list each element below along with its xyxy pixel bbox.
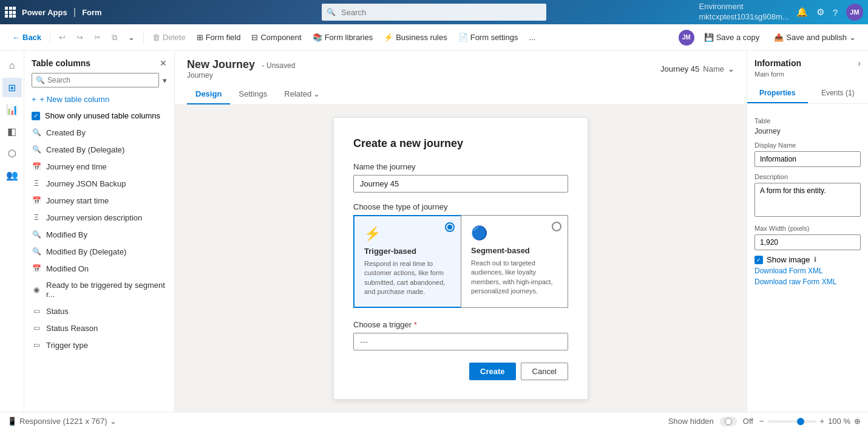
panel-close-button[interactable]: ✕ <box>160 58 167 68</box>
status-label: Status <box>46 307 69 316</box>
tab-settings[interactable]: Settings <box>230 84 276 104</box>
layers-icon-btn[interactable]: ◧ <box>2 121 22 141</box>
dropdown-button[interactable]: ⌄ <box>123 30 140 44</box>
list-item[interactable]: 📅 Journey start time <box>24 192 174 209</box>
help-icon[interactable]: ? <box>833 7 838 18</box>
cancel-button[interactable]: Cancel <box>521 363 568 380</box>
list-item[interactable]: ▭ Status Reason <box>24 319 174 336</box>
home-icon-btn[interactable]: ⌂ <box>2 56 22 75</box>
cmd-separator-2 <box>143 32 144 44</box>
display-name-input[interactable] <box>754 151 861 167</box>
tab-properties[interactable]: Properties <box>747 84 808 103</box>
redo-icon: ↪ <box>76 33 83 42</box>
list-item[interactable]: ▭ Status <box>24 302 174 319</box>
environment-info: Environment mktcxptest1031sg908m... <box>699 2 789 22</box>
delete-button[interactable]: 🗑 Delete <box>147 30 191 44</box>
panel-search-input[interactable] <box>47 76 155 84</box>
filter-button[interactable]: ▾ <box>163 76 167 85</box>
list-item[interactable]: 🔍 Modified By <box>24 226 174 243</box>
expand-panel-button[interactable]: › <box>858 58 861 68</box>
trigger-input[interactable] <box>353 333 568 350</box>
undo-button[interactable]: ↩ <box>54 30 70 44</box>
save-copy-label: Save a copy <box>716 33 760 42</box>
form-tabs: Design Settings Related ⌄ <box>187 84 734 104</box>
list-item[interactable]: 🔍 Created By <box>24 124 174 141</box>
segment-type-desc: Reach out to targeted audiences, like lo… <box>471 259 558 296</box>
list-item[interactable]: Ξ Journey JSON Backup <box>24 175 174 192</box>
settings-icon[interactable]: ⚙ <box>816 7 824 18</box>
form-settings-button[interactable]: 📄 Form settings <box>453 30 523 44</box>
list-item[interactable]: 📅 Journey end time <box>24 158 174 175</box>
redo-button[interactable]: ↪ <box>72 30 88 44</box>
save-publish-button[interactable]: 📤 Save and publish ⌄ <box>769 30 861 44</box>
component-button[interactable]: ⊟ Component <box>246 30 306 44</box>
trigger-based-card[interactable]: ⚡ Trigger-based Respond in real time to … <box>353 215 461 308</box>
columns-icon-btn[interactable]: ⊞ <box>2 78 22 97</box>
journey-json-label: Journey JSON Backup <box>46 179 126 188</box>
show-unused-checkbox[interactable] <box>32 112 40 120</box>
search-input[interactable] <box>322 4 546 21</box>
form-field-button[interactable]: ⊞ Form field <box>192 30 246 44</box>
new-table-column-button[interactable]: + + New table column <box>24 92 174 108</box>
user-avatar[interactable]: JM <box>846 4 863 21</box>
trigger-radio[interactable] <box>445 222 455 232</box>
icon-sidebar: ⌂ ⊞ 📊 ◧ ⬡ 👥 <box>0 51 24 412</box>
waffle-icon[interactable] <box>5 7 16 18</box>
list-item[interactable]: 🔍 Created By (Delegate) <box>24 141 174 158</box>
env-label: Environment <box>699 2 789 12</box>
form-title-group: New Journey - Unsaved Journey <box>187 58 295 80</box>
minus-icon[interactable]: − <box>759 417 764 426</box>
form-libraries-button[interactable]: 📚 Form libraries <box>308 30 378 44</box>
list-item[interactable]: 📅 Modified On <box>24 260 174 277</box>
business-rules-button[interactable]: ⚡ Business rules <box>379 30 452 44</box>
save-copy-button[interactable]: 💾 Save a copy <box>699 30 765 44</box>
journey-name-input[interactable] <box>353 175 568 193</box>
more-button[interactable]: ... <box>524 30 540 44</box>
cmd-right: JM 💾 Save a copy 📤 Save and publish ⌄ <box>679 30 861 46</box>
zoom-thumb[interactable] <box>797 418 804 425</box>
form-unsaved-label: - Unsaved <box>262 61 296 70</box>
responsive-button[interactable]: 📱 Responsive (1221 x 767) ⌄ <box>7 417 117 426</box>
cmd-avatar[interactable]: JM <box>679 30 694 46</box>
list-item[interactable]: ▭ Trigger type <box>24 336 174 353</box>
show-hidden-toggle[interactable] <box>720 417 737 426</box>
create-button[interactable]: Create <box>469 363 515 380</box>
search-icon: 🔍 <box>327 8 336 16</box>
people-icon-btn[interactable]: 👥 <box>2 165 22 185</box>
data-icon-btn[interactable]: 📊 <box>2 100 22 119</box>
dialog-actions: Create Cancel <box>353 363 568 380</box>
cut-button[interactable]: ✂ <box>89 30 106 44</box>
plus-icon: + <box>32 95 36 104</box>
tab-related[interactable]: Related ⌄ <box>276 84 328 104</box>
form-name-right: Journey 45 Name ⌄ <box>660 64 734 73</box>
bottombar: 📱 Responsive (1221 x 767) ⌄ Show hidden … <box>0 412 868 430</box>
copy-button[interactable]: ⧉ <box>107 30 122 45</box>
status-icon: ▭ <box>32 306 41 316</box>
journey-start-time-label: Journey start time <box>46 196 109 205</box>
segment-radio[interactable] <box>552 222 561 231</box>
form-settings-label: Form settings <box>470 33 518 42</box>
tab-design[interactable]: Design <box>187 84 230 104</box>
max-width-input[interactable] <box>754 234 861 250</box>
notification-icon[interactable]: 🔔 <box>796 7 808 18</box>
show-unused-checkbox-row[interactable]: Show only unused table columns <box>24 108 174 124</box>
description-textarea[interactable]: A form for this entity. <box>754 183 861 217</box>
show-image-checkbox[interactable] <box>754 256 763 264</box>
back-button[interactable]: ← Back <box>7 33 46 42</box>
download-form-xml-link[interactable]: Download Form XML <box>754 267 861 275</box>
topbar-separator: | <box>73 7 76 18</box>
download-raw-xml-link[interactable]: Download raw Form XML <box>754 278 861 286</box>
list-item[interactable]: Ξ Journey version description <box>24 209 174 226</box>
list-item[interactable]: ◉ Ready to be triggered by segment r... <box>24 277 174 302</box>
app-logo[interactable]: Power Apps | Form <box>5 7 102 18</box>
tab-events[interactable]: Events (1) <box>808 84 869 103</box>
form-title: New Journey <box>187 58 255 70</box>
form-expand-icon[interactable]: ⌄ <box>728 64 734 73</box>
segment-based-card[interactable]: 🔵 Segment-based Reach out to targeted au… <box>461 215 568 308</box>
form-settings-icon: 📄 <box>458 33 468 42</box>
rules-icon: ⚡ <box>384 33 393 42</box>
components-icon-btn[interactable]: ⬡ <box>2 143 22 163</box>
search-item-icon: 🔍 <box>32 247 41 256</box>
list-item[interactable]: 🔍 Modified By (Delegate) <box>24 243 174 260</box>
plus-icon[interactable]: + <box>820 417 825 426</box>
